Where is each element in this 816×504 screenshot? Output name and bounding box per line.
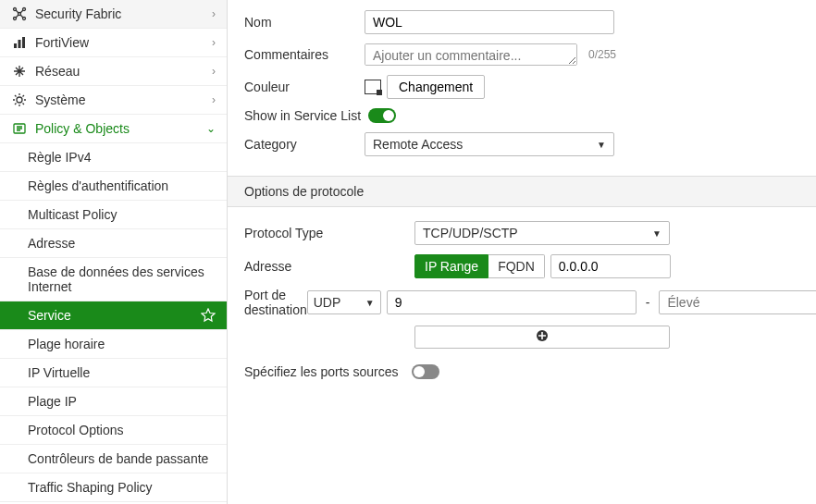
- address-mode-segment: IP Range FQDN: [414, 254, 545, 278]
- row-show-in-list: Show in Service List: [228, 104, 816, 128]
- sidebar-item-regles-auth[interactable]: Règles d'authentification: [0, 172, 227, 201]
- main-panel: Nom Commentaires 0/255 Couleur Changemen…: [228, 0, 816, 504]
- protocol-type-value: TCP/UDP/SCTP: [423, 226, 518, 240]
- sidebar-item-adresse[interactable]: Adresse: [0, 229, 227, 258]
- chevron-down-icon: ⌄: [206, 122, 216, 135]
- caret-down-icon: ▼: [597, 140, 606, 150]
- chevron-right-icon: ›: [212, 7, 216, 20]
- color-swatch-icon[interactable]: [365, 80, 381, 94]
- sidebar-item-internet-db[interactable]: Base de données des services Internet: [0, 258, 227, 301]
- chevron-right-icon: ›: [212, 93, 216, 106]
- svg-rect-5: [14, 43, 17, 48]
- label-couleur: Couleur: [244, 80, 365, 94]
- nav-policy-objects[interactable]: Policy & Objects ⌄: [0, 115, 227, 143]
- address-input[interactable]: [550, 254, 671, 278]
- specify-src-toggle[interactable]: [412, 364, 439, 379]
- network-icon: [11, 64, 28, 79]
- row-couleur: Couleur Changement: [228, 70, 816, 104]
- row-port-dest: Port de destination UDP ▼ -: [228, 283, 816, 322]
- row-nom: Nom: [228, 6, 816, 39]
- label-nom: Nom: [244, 15, 365, 30]
- category-value: Remote Access: [373, 137, 463, 152]
- commentaires-input[interactable]: [365, 43, 577, 66]
- label-commentaires: Commentaires: [244, 47, 365, 62]
- sidebar-item-multicast[interactable]: Multicast Policy: [0, 201, 227, 229]
- star-icon[interactable]: [201, 308, 216, 323]
- gear-icon: [11, 92, 28, 107]
- changement-button[interactable]: Changement: [387, 75, 485, 99]
- svg-rect-7: [22, 37, 25, 48]
- sidebar-item-service[interactable]: Service: [0, 301, 227, 330]
- sidebar: Security Fabric › FortiView › Réseau › S…: [0, 0, 228, 504]
- section-protocol-options: Options de protocole: [228, 176, 816, 207]
- show-in-list-toggle[interactable]: [368, 108, 396, 123]
- label-protocol-type: Protocol Type: [244, 226, 414, 240]
- range-dash: -: [646, 295, 650, 310]
- nav-label: Policy & Objects: [35, 121, 206, 136]
- port-protocol-select[interactable]: UDP ▼: [307, 290, 381, 314]
- row-category: Category Remote Access ▼: [228, 128, 816, 161]
- caret-down-icon: ▼: [652, 228, 661, 239]
- sidebar-item-traffic-shaping[interactable]: Traffic Shaping Policy: [0, 473, 227, 502]
- category-select[interactable]: Remote Access ▼: [365, 132, 614, 156]
- nav-fortiview[interactable]: FortiView ›: [0, 29, 227, 57]
- row-protocol-type: Protocol Type TCP/UDP/SCTP ▼: [228, 216, 816, 250]
- nav-label: Réseau: [35, 64, 212, 79]
- fabric-icon: [11, 6, 28, 21]
- sidebar-item-ip-virtuelle[interactable]: IP Virtuelle: [0, 359, 227, 387]
- chart-icon: [11, 35, 28, 50]
- port-protocol-value: UDP: [314, 295, 341, 310]
- label-show-in-list: Show in Service List: [244, 108, 361, 123]
- sidebar-item-label: Service: [28, 308, 71, 323]
- caret-down-icon: ▼: [365, 298, 375, 308]
- sidebar-item-protocol-options[interactable]: Protocol Options: [0, 416, 227, 445]
- sidebar-item-plage-ip[interactable]: Plage IP: [0, 387, 227, 416]
- add-port-button[interactable]: [414, 326, 670, 349]
- protocol-type-select[interactable]: TCP/UDP/SCTP ▼: [414, 221, 670, 245]
- row-commentaires: Commentaires 0/255: [228, 39, 816, 70]
- port-high-input[interactable]: [659, 290, 816, 314]
- chevron-right-icon: ›: [212, 36, 216, 49]
- label-adresse: Adresse: [244, 259, 414, 274]
- sidebar-item-plage-horaire[interactable]: Plage horaire: [0, 330, 227, 359]
- nav-reseau[interactable]: Réseau ›: [0, 57, 227, 86]
- label-port-dest: Port de destination: [244, 288, 307, 317]
- ip-range-button[interactable]: IP Range: [414, 254, 488, 278]
- label-category: Category: [244, 137, 365, 152]
- nom-input[interactable]: [365, 10, 614, 34]
- port-low-input[interactable]: [387, 290, 637, 314]
- nav-label: Security Fabric: [35, 6, 212, 21]
- sidebar-item-bandwidth[interactable]: Contrôleurs de bande passante: [0, 445, 227, 473]
- policy-icon: [11, 121, 28, 136]
- chevron-right-icon: ›: [212, 65, 216, 78]
- nav-systeme[interactable]: Système ›: [0, 86, 227, 115]
- nav-security-fabric[interactable]: Security Fabric ›: [0, 0, 227, 29]
- svg-point-8: [17, 97, 22, 103]
- sidebar-item-regle-ipv4[interactable]: Règle IPv4: [0, 143, 227, 172]
- svg-rect-6: [19, 40, 21, 48]
- row-specify-src: Spécifiez les ports sources: [228, 360, 816, 384]
- char-counter: 0/255: [588, 48, 616, 61]
- nav-label: Système: [35, 92, 212, 107]
- label-specify-src: Spécifiez les ports sources: [244, 364, 399, 379]
- row-adresse: Adresse IP Range FQDN: [228, 250, 816, 283]
- nav-label: FortiView: [35, 35, 212, 50]
- fqdn-button[interactable]: FQDN: [488, 254, 545, 278]
